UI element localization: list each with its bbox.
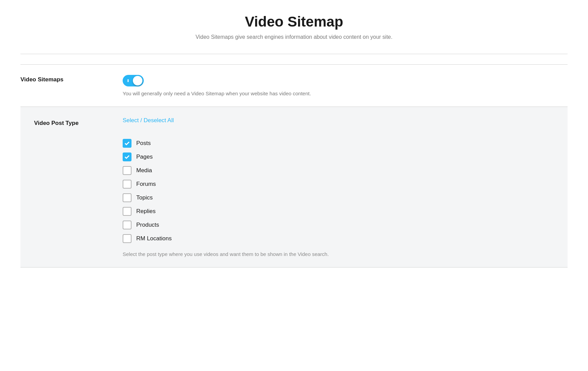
checkbox-rm-locations[interactable] bbox=[123, 234, 131, 243]
post-type-hint: Select the post type where you use video… bbox=[123, 251, 554, 257]
video-sitemaps-content: You will generally only need a Video Sit… bbox=[123, 75, 568, 96]
video-post-type-content: Select / Deselect All Posts Pages bbox=[123, 117, 554, 257]
checkbox-label-topics: Topics bbox=[136, 194, 153, 201]
page-container: Video Sitemap Video Sitemaps give search… bbox=[0, 0, 588, 371]
header-divider bbox=[20, 54, 568, 54]
checkbox-label-posts: Posts bbox=[136, 140, 151, 147]
toggle-thumb bbox=[133, 76, 142, 85]
checkbox-label-media: Media bbox=[136, 167, 152, 174]
checkbox-item-replies[interactable]: Replies bbox=[123, 207, 554, 216]
checkbox-item-products[interactable]: Products bbox=[123, 221, 554, 229]
checkbox-label-replies: Replies bbox=[136, 208, 156, 215]
checkbox-products[interactable] bbox=[123, 221, 131, 229]
toggle-wrapper bbox=[123, 75, 568, 86]
video-sitemaps-section: Video Sitemaps You will generally only bbox=[20, 64, 568, 107]
checkbox-item-topics[interactable]: Topics bbox=[123, 193, 554, 202]
checkbox-item-media[interactable]: Media bbox=[123, 166, 554, 175]
video-sitemaps-label: Video Sitemaps bbox=[20, 75, 123, 83]
video-sitemaps-toggle[interactable] bbox=[123, 75, 144, 86]
checkbox-posts[interactable] bbox=[123, 139, 131, 148]
checkbox-label-products: Products bbox=[136, 222, 159, 228]
page-title: Video Sitemap bbox=[20, 14, 568, 30]
toggle-on-icon bbox=[126, 78, 130, 83]
checkbox-forums[interactable] bbox=[123, 180, 131, 189]
checkbox-item-forums[interactable]: Forums bbox=[123, 180, 554, 189]
select-deselect-all-link[interactable]: Select / Deselect All bbox=[123, 117, 174, 124]
checkbox-list: Posts Pages Media bbox=[123, 139, 554, 243]
checkbox-pages[interactable] bbox=[123, 152, 131, 161]
checkbox-item-rm-locations[interactable]: RM Locations bbox=[123, 234, 554, 243]
checkbox-item-pages[interactable]: Pages bbox=[123, 152, 554, 161]
video-sitemaps-hint: You will generally only need a Video Sit… bbox=[123, 91, 568, 96]
checkbox-label-forums: Forums bbox=[136, 181, 156, 188]
page-header: Video Sitemap Video Sitemaps give search… bbox=[20, 14, 568, 54]
page-subtitle: Video Sitemaps give search engines infor… bbox=[20, 34, 568, 40]
checkbox-media[interactable] bbox=[123, 166, 131, 175]
checkbox-replies[interactable] bbox=[123, 207, 131, 216]
video-post-type-section: Video Post Type Select / Deselect All Po… bbox=[20, 107, 568, 268]
checkbox-topics[interactable] bbox=[123, 193, 131, 202]
video-post-type-label: Video Post Type bbox=[34, 117, 123, 127]
checkbox-label-rm-locations: RM Locations bbox=[136, 235, 172, 242]
checkbox-item-posts[interactable]: Posts bbox=[123, 139, 554, 148]
checkbox-label-pages: Pages bbox=[136, 154, 153, 160]
toggle-track bbox=[123, 75, 144, 86]
